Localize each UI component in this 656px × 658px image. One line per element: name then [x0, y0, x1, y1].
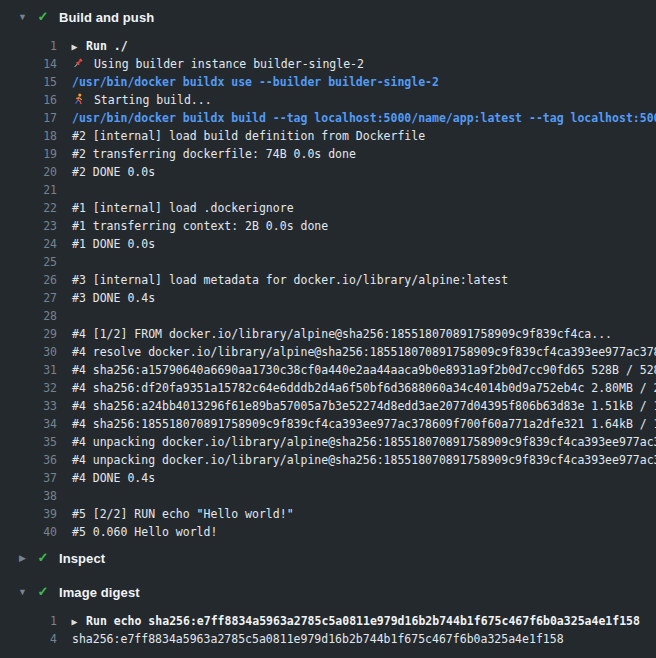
log-line: 40#5 0.060 Hello world!	[0, 523, 656, 541]
log-text: #1 DONE 0.0s	[57, 235, 656, 253]
log-text: #4 sha256:a15790640a6690aa1730c38cf0a440…	[57, 361, 656, 379]
line-number[interactable]: 30	[0, 343, 57, 361]
log-text-value: Using builder instance builder-single-2	[94, 57, 364, 71]
log-text-value: #2 DONE 0.0s	[72, 165, 155, 179]
line-number[interactable]: 31	[0, 361, 57, 379]
line-number[interactable]: 22	[0, 199, 57, 217]
log-text-value: #3 DONE 0.4s	[72, 291, 155, 305]
line-number[interactable]: 36	[0, 451, 57, 469]
line-number[interactable]: 33	[0, 397, 57, 415]
log-text-value: #4 unpacking docker.io/library/alpine@sh…	[72, 453, 656, 467]
check-icon: ✓	[36, 541, 50, 575]
log-text: #4 resolve docker.io/library/alpine@sha2…	[57, 343, 656, 361]
line-number[interactable]: 21	[0, 181, 57, 199]
line-number[interactable]: 32	[0, 379, 57, 397]
log-text: ▶ Run echo sha256:e7ff8834a5963a2785c5a0…	[57, 612, 656, 630]
log-text-value: #1 DONE 0.0s	[72, 237, 155, 251]
section-title: Inspect	[59, 551, 105, 566]
log-text: ▶ Run ./	[57, 37, 656, 55]
log-line: 16 Starting build...	[0, 91, 656, 109]
line-number[interactable]: 18	[0, 127, 57, 145]
line-number[interactable]: 1	[0, 37, 57, 55]
log-line: 33#4 sha256:a24bb4013296f61e89ba57005a7b…	[0, 397, 656, 415]
log-text-value: Run echo sha256:e7ff8834a5963a2785c5a081…	[86, 614, 640, 628]
log-line: 28	[0, 307, 656, 325]
line-number[interactable]: 39	[0, 505, 57, 523]
line-number[interactable]: 40	[0, 523, 57, 541]
line-number[interactable]: 20	[0, 163, 57, 181]
log-text	[57, 307, 656, 325]
chevron-down-icon[interactable]: ▼	[17, 575, 28, 609]
log-text-value: #4 resolve docker.io/library/alpine@sha2…	[72, 345, 656, 359]
log-line: 30#4 resolve docker.io/library/alpine@sh…	[0, 343, 656, 361]
section-header-inspect[interactable]: ▶✓Inspect	[0, 541, 656, 575]
line-number[interactable]: 24	[0, 235, 57, 253]
line-number[interactable]: 38	[0, 487, 57, 505]
line-number[interactable]: 17	[0, 109, 57, 127]
log-line: 25	[0, 253, 656, 271]
line-number[interactable]: 35	[0, 433, 57, 451]
log-text-value: /usr/bin/docker buildx use --builder bui…	[72, 75, 439, 89]
log-text: #4 unpacking docker.io/library/alpine@sh…	[57, 433, 656, 451]
log-text: #2 transferring dockerfile: 74B 0.0s don…	[57, 145, 656, 163]
log-text: #4 DONE 0.4s	[57, 469, 656, 487]
log-line: 27#3 DONE 0.4s	[0, 289, 656, 307]
log-line: 39#5 [2/2] RUN echo "Hello world!"	[0, 505, 656, 523]
log-text-value: #4 DONE 0.4s	[72, 471, 155, 485]
line-number[interactable]: 14	[0, 55, 57, 73]
log-line: 36#4 unpacking docker.io/library/alpine@…	[0, 451, 656, 469]
line-number[interactable]: 1	[0, 612, 57, 630]
log-text-value: #2 [internal] load build definition from…	[72, 129, 425, 143]
log-text: #4 sha256:a24bb4013296f61e89ba57005a7b3e…	[57, 397, 656, 415]
log-text-value: #2 transferring dockerfile: 74B 0.0s don…	[72, 147, 356, 161]
line-number[interactable]: 34	[0, 415, 57, 433]
line-number[interactable]: 28	[0, 307, 57, 325]
log-text: #4 [1/2] FROM docker.io/library/alpine@s…	[57, 325, 656, 343]
log-text: #4 sha256:df20fa9351a15782c64e6dddb2d4a6…	[57, 379, 656, 397]
section-header-image-digest[interactable]: ▼✓Image digest	[0, 575, 656, 609]
log-block: 1▶ Run ./14 Using builder instance build…	[0, 34, 656, 541]
line-number[interactable]: 29	[0, 325, 57, 343]
log-text: sha256:e7ff8834a5963a2785c5a0811e979d16b…	[57, 630, 656, 648]
log-text-value: #4 sha256:a15790640a6690aa1730c38cf0a440…	[72, 363, 656, 377]
log-text-value: #4 sha256:185518070891758909c9f839cf4ca3…	[72, 417, 656, 431]
log-line: 1▶ Run ./	[0, 37, 656, 55]
log-block: 1▶ Run echo sha256:e7ff8834a5963a2785c5a…	[0, 609, 656, 648]
log-text-value: Run ./	[86, 39, 128, 53]
chevron-right-icon[interactable]: ▶	[17, 541, 28, 575]
log-text-value: Starting build...	[94, 93, 212, 107]
workflow-log-viewer: ▼✓Build and push1▶ Run ./14 Using builde…	[0, 0, 656, 658]
log-line: 31#4 sha256:a15790640a6690aa1730c38cf0a4…	[0, 361, 656, 379]
log-text: #3 [internal] load metadata for docker.i…	[57, 271, 656, 289]
chevron-down-icon[interactable]: ▼	[17, 0, 28, 34]
section-header-build-and-push[interactable]: ▼✓Build and push	[0, 0, 656, 34]
log-line: 18#2 [internal] load build definition fr…	[0, 127, 656, 145]
log-line: 1▶ Run echo sha256:e7ff8834a5963a2785c5a…	[0, 612, 656, 630]
log-text	[57, 487, 656, 505]
line-number[interactable]: 15	[0, 73, 57, 91]
run-triangle-icon[interactable]: ▶	[72, 612, 78, 630]
log-text-value: #4 sha256:a24bb4013296f61e89ba57005a7b3e…	[72, 399, 656, 413]
runner-icon	[72, 93, 87, 107]
line-number[interactable]: 23	[0, 217, 57, 235]
section-title: Build and push	[59, 10, 154, 25]
log-text: #1 [internal] load .dockerignore	[57, 199, 656, 217]
line-number[interactable]: 19	[0, 145, 57, 163]
log-text-value: #4 unpacking docker.io/library/alpine@sh…	[72, 435, 656, 449]
log-line: 35#4 unpacking docker.io/library/alpine@…	[0, 433, 656, 451]
run-triangle-icon[interactable]: ▶	[72, 37, 78, 55]
check-icon: ✓	[36, 575, 50, 609]
line-number[interactable]: 4	[0, 630, 57, 648]
line-number[interactable]: 25	[0, 253, 57, 271]
line-number[interactable]: 37	[0, 469, 57, 487]
log-text: #5 [2/2] RUN echo "Hello world!"	[57, 505, 656, 523]
log-text: #5 0.060 Hello world!	[57, 523, 656, 541]
line-number[interactable]: 26	[0, 271, 57, 289]
log-text: #2 DONE 0.0s	[57, 163, 656, 181]
log-line: 19#2 transferring dockerfile: 74B 0.0s d…	[0, 145, 656, 163]
line-number[interactable]: 27	[0, 289, 57, 307]
log-text-value: #1 [internal] load .dockerignore	[72, 201, 294, 215]
log-text: #3 DONE 0.4s	[57, 289, 656, 307]
log-line: 26#3 [internal] load metadata for docker…	[0, 271, 656, 289]
line-number[interactable]: 16	[0, 91, 57, 109]
